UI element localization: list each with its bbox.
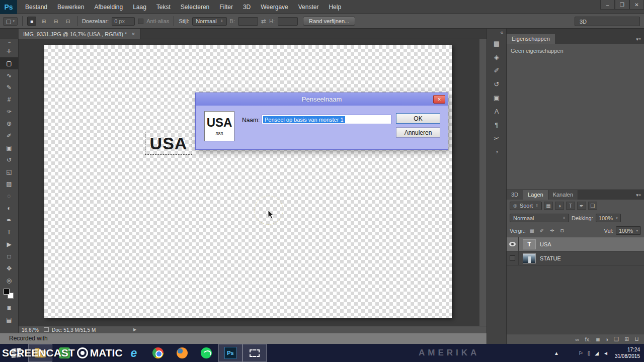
close-button[interactable]: ✕: [629, 0, 644, 10]
new-layer-icon[interactable]: ⊞: [624, 336, 629, 342]
panel-histogram-icon[interactable]: ▤: [487, 37, 506, 50]
panel-history-icon[interactable]: ↺: [487, 77, 506, 91]
layer-group-icon[interactable]: ❑: [614, 336, 619, 342]
tool-zoom[interactable]: ◎: [0, 275, 18, 287]
tool-spot-healing[interactable]: ⊕: [0, 118, 18, 130]
taskbar-clock[interactable]: 17:24 31/08/2015: [615, 346, 640, 360]
lock-position-icon[interactable]: ✛: [548, 227, 556, 234]
link-layers-icon[interactable]: ∞: [576, 336, 580, 342]
chrome-button[interactable]: [146, 344, 170, 362]
new-selection-button[interactable]: ■: [27, 17, 36, 26]
subtract-selection-button[interactable]: ⊟: [51, 17, 60, 26]
menu-item-bewerken[interactable]: Bewerken: [52, 0, 89, 14]
opacity-select[interactable]: 100% ▾: [596, 214, 621, 222]
adjustment-layer-icon[interactable]: ◑: [605, 336, 609, 342]
canvas-area[interactable]: USA: [19, 39, 479, 326]
panel-paragraph-icon[interactable]: ¶: [487, 118, 506, 132]
feather-input[interactable]: 0 px: [112, 17, 135, 26]
filter-adjustment-layers-icon[interactable]: ◑: [555, 202, 564, 210]
lock-pixels-icon[interactable]: ✐: [538, 227, 546, 234]
foreground-color-swatch[interactable]: [4, 289, 10, 295]
filter-pixel-layers-icon[interactable]: ▦: [544, 202, 553, 210]
layer-row-statue[interactable]: STATUE: [507, 251, 644, 265]
antialias-checkbox[interactable]: [138, 19, 143, 24]
toolbox-collapse-icon[interactable]: ◂◂: [0, 39, 18, 45]
tab-close-icon[interactable]: ✕: [131, 32, 135, 37]
tool-crop[interactable]: #: [0, 94, 18, 106]
dialog-close-button[interactable]: ✕: [433, 95, 445, 104]
brush-name-input[interactable]: Penseel op basis van monster 1: [262, 115, 391, 124]
menu-item-weergave[interactable]: Weergave: [256, 0, 293, 14]
firefox-button[interactable]: [170, 344, 194, 362]
dock-collapse-icon[interactable]: «: [487, 29, 506, 37]
tab-lagen[interactable]: Lagen: [523, 190, 548, 200]
tool-brush[interactable]: ✐: [0, 130, 18, 142]
zoom-level-field[interactable]: 16,67%: [22, 327, 39, 333]
blend-mode-select[interactable]: Normaal ⇕: [510, 214, 569, 222]
dialog-title-bar[interactable]: Penseelnaam ✕: [196, 93, 448, 106]
workspace-switcher[interactable]: 3D: [575, 17, 640, 26]
restore-button[interactable]: ❐: [615, 0, 629, 10]
text-layer-thumbnail[interactable]: T: [523, 239, 536, 249]
quick-mask-button[interactable]: ◙: [0, 302, 18, 314]
menu-item-selecteren[interactable]: Selecteren: [176, 0, 214, 14]
menu-item-afbeelding[interactable]: Afbeelding: [89, 0, 128, 14]
menu-item-3d[interactable]: 3D: [238, 0, 256, 14]
panel-styles-icon[interactable]: ✂: [487, 132, 506, 145]
add-selection-button[interactable]: ⊞: [39, 17, 48, 26]
panel-clone-source-icon[interactable]: ▣: [487, 91, 506, 105]
minimize-button[interactable]: –: [600, 0, 615, 10]
tray-network-icon[interactable]: ◢: [595, 350, 599, 356]
delete-layer-icon[interactable]: ⊔: [634, 336, 639, 342]
layer-row-usa[interactable]: T USA: [507, 237, 644, 251]
snipping-app-button[interactable]: [243, 344, 267, 362]
tool-dodge[interactable]: ◐: [0, 202, 18, 214]
tool-move[interactable]: ✛: [0, 45, 18, 57]
spotify-button[interactable]: [194, 344, 218, 362]
tool-eraser[interactable]: ◱: [0, 166, 18, 178]
refine-edge-button[interactable]: Rand verfijnen...: [303, 17, 355, 26]
cancel-button[interactable]: Annuleren: [396, 127, 440, 138]
tray-power-icon[interactable]: ▯: [588, 350, 591, 356]
tool-gradient[interactable]: ▨: [0, 178, 18, 190]
panel-navigator-icon[interactable]: ◈: [487, 50, 506, 64]
layer-mask-icon[interactable]: ◙: [596, 336, 600, 342]
height-input[interactable]: [278, 17, 298, 26]
menu-item-venster[interactable]: Venster: [293, 0, 324, 14]
internet-explorer-button[interactable]: e: [122, 344, 146, 362]
menu-item-bestand[interactable]: Bestand: [20, 0, 52, 14]
panel-timeline-icon[interactable]: ◔: [487, 145, 506, 159]
tool-type[interactable]: T: [0, 226, 18, 238]
tool-rectangular-marquee[interactable]: ▢: [0, 57, 18, 69]
tab-kanalen[interactable]: Kanalen: [548, 190, 578, 200]
tool-clone-stamp[interactable]: ▣: [0, 142, 18, 154]
filter-shape-layers-icon[interactable]: ✒: [577, 202, 586, 210]
tool-path-selection[interactable]: ▶: [0, 238, 18, 250]
menu-item-filter[interactable]: Filter: [214, 0, 238, 14]
panel-menu-icon[interactable]: ▾≡: [636, 193, 641, 198]
tab-eigenschappen[interactable]: Eigenschappen: [507, 34, 555, 44]
tool-history-brush[interactable]: ↺: [0, 154, 18, 166]
status-menu-icon[interactable]: ▶: [133, 327, 136, 332]
style-select[interactable]: Normaal ⇕: [192, 17, 226, 26]
menu-item-help[interactable]: Help: [324, 0, 346, 14]
panel-character-icon[interactable]: A: [487, 105, 506, 118]
tool-pen[interactable]: ✒: [0, 214, 18, 226]
filter-smart-objects-icon[interactable]: ❑: [588, 202, 597, 210]
document-tab[interactable]: IMG_9331.JPG @ 16,7% (USA , RGB/8) * ✕: [19, 29, 140, 39]
lock-transparency-icon[interactable]: ▦: [528, 227, 536, 234]
tool-blur[interactable]: ◌: [0, 190, 18, 202]
tab-3d[interactable]: 3D: [507, 190, 523, 200]
visibility-cell[interactable]: [507, 237, 519, 251]
tool-hand[interactable]: ✥: [0, 262, 18, 275]
width-input[interactable]: [238, 17, 258, 26]
eye-off-checkbox[interactable]: [510, 255, 515, 261]
tray-hidden-icons[interactable]: ▲: [554, 350, 559, 356]
tool-preset-picker[interactable]: ▢ ▾: [3, 17, 18, 26]
photoshop-button[interactable]: Ps: [218, 344, 243, 362]
layer-effects-icon[interactable]: fx.: [585, 336, 591, 342]
tool-quick-selection[interactable]: ✎: [0, 81, 18, 94]
filter-type-layers-icon[interactable]: T: [566, 202, 575, 210]
intersect-selection-button[interactable]: ⊡: [63, 17, 72, 26]
menu-item-tekst[interactable]: Tekst: [151, 0, 176, 14]
